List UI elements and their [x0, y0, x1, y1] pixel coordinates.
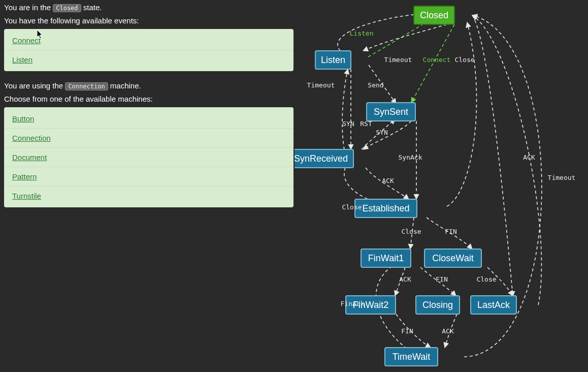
current-state-line: You are in the Closed state. [4, 3, 293, 12]
edge [447, 22, 477, 206]
state-machine-diagram: ClosedListenSynSentSynReceivedEstablishe… [295, 0, 588, 372]
machine-prefix: You are using the [4, 81, 65, 90]
state-node-listen[interactable]: Listen [315, 51, 351, 69]
events-panel: ConnectListen [4, 29, 293, 71]
machines-heading: Choose from one of the available machine… [4, 95, 293, 103]
machine-badge: Connection [65, 82, 108, 90]
state-node-label: Established [362, 203, 409, 213]
edge-label: Connect [423, 56, 451, 64]
state-node-lastack[interactable]: LastAck [471, 296, 516, 314]
edge-label: Close [401, 228, 421, 235]
edge-label: ACK [523, 153, 535, 161]
state-node-label: SynReceived [295, 153, 348, 164]
machines-panel: ButtonConnectionDocumentPatternTurnstile [4, 107, 293, 207]
state-node-label: FinWait1 [368, 253, 404, 263]
state-node-synsent[interactable]: SynSent [367, 103, 415, 121]
edge-label: SynAck [399, 153, 422, 161]
state-node-closed[interactable]: Closed [414, 6, 454, 24]
events-heading: You have the following available events: [4, 16, 293, 25]
state-node-established[interactable]: Established [355, 199, 417, 218]
state-prefix: You are in the [4, 3, 53, 12]
machine-suffix: machine. [110, 81, 141, 90]
edge-label: ACK [442, 327, 454, 335]
state-node-closing[interactable]: Closing [416, 296, 460, 314]
state-node-synreceived[interactable]: SynReceived [295, 149, 353, 168]
edge-label: FIN [445, 228, 456, 235]
edge-label: ACK [399, 275, 411, 283]
machine-link-document[interactable]: Document [12, 153, 47, 162]
edge-label: Close [342, 203, 362, 211]
state-badge: Closed [53, 4, 81, 12]
edge [411, 24, 454, 103]
state-node-label: SynSent [374, 107, 408, 117]
state-node-label: TimeWait [393, 352, 431, 362]
edge-label: Send [368, 81, 383, 89]
event-link-listen[interactable]: Listen [12, 55, 32, 64]
edge-label: RST [360, 120, 372, 128]
edge-label: Close [476, 275, 496, 283]
edge [363, 24, 447, 51]
state-node-finwait1[interactable]: FinWait1 [361, 249, 411, 267]
edge-label: Timeout [384, 56, 412, 64]
state-suffix: state. [83, 3, 102, 12]
machine-link-turnstile[interactable]: Turnstile [12, 192, 41, 200]
edge-label: Listen [350, 29, 374, 37]
edge-label: SYN [342, 120, 354, 128]
edge-label: Timeout [307, 81, 335, 89]
edge-label: ACK [382, 177, 394, 184]
state-node-label: Closing [422, 300, 453, 310]
machine-link-pattern[interactable]: Pattern [12, 172, 37, 181]
edge-label: Close [454, 56, 474, 64]
edge-label: SYN [376, 129, 387, 136]
edge [342, 69, 348, 149]
edge-label: FIN [401, 327, 413, 335]
state-node-label: LastAck [477, 300, 510, 310]
current-machine-line: You are using the Connection machine. [4, 81, 293, 90]
state-node-label: CloseWait [432, 253, 473, 263]
state-node-label: Listen [321, 55, 345, 65]
edge-label: Timeout [548, 174, 576, 181]
machine-link-connection[interactable]: Connection [12, 134, 51, 142]
edge-label: FIN [436, 275, 447, 283]
machine-link-button[interactable]: Button [12, 114, 34, 123]
state-node-label: Closed [420, 10, 448, 20]
edge-label: FinAck [341, 300, 365, 307]
state-node-timewait[interactable]: TimeWait [385, 348, 438, 366]
event-link-connect[interactable]: Connect [12, 36, 41, 45]
state-node-closewait[interactable]: CloseWait [424, 249, 481, 267]
